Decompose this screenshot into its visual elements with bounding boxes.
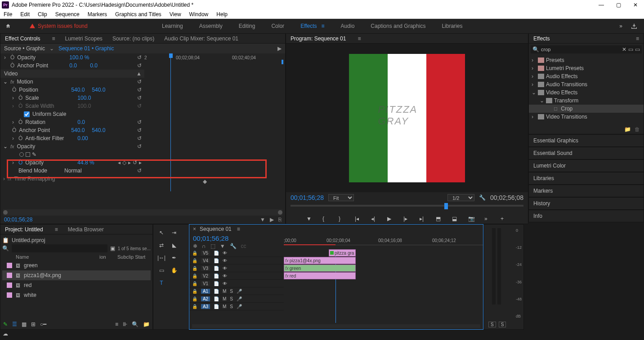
workspace-color[interactable]: Color [271,23,284,29]
side-panel-essential-sound[interactable]: Essential Sound [528,147,644,159]
side-panel-info[interactable]: Info [528,210,644,222]
side-panel-libraries[interactable]: Libraries [528,172,644,185]
system-warning[interactable]: System issues found [30,23,88,29]
project-search-input[interactable] [12,244,107,252]
pen-tool-icon[interactable]: ✒ [170,253,179,262]
rect-mask-icon[interactable] [26,152,30,157]
menu-help[interactable]: Help [216,11,228,18]
more-transport-icon[interactable]: » [484,216,492,223]
panel-tab[interactable]: Audio Clip Mixer: Sequence 01 [164,35,238,42]
timeline-clip[interactable]: fxpizza1@4x.png [284,257,356,264]
audio-track-header[interactable]: 🔒A2📄MS🎤 [189,295,284,303]
fx-tree-item[interactable]: ›Video Transitions [529,113,644,121]
project-tab[interactable]: Media Browser [68,226,104,233]
icon-view-icon[interactable]: ▦ [22,321,27,327]
filter-icon[interactable]: ▣ [110,245,115,252]
project-item[interactable]: 🖼white [2,290,151,300]
marker-icon[interactable]: ▼ [306,216,313,223]
project-item[interactable]: 🖼green [2,261,151,270]
workspace-effects[interactable]: Effects [300,23,324,29]
pen-mask-icon[interactable]: ✎ [32,151,36,158]
fx-tree-item[interactable]: ›Audio Transitions [529,80,644,88]
anchor-prop[interactable]: Anchor Point [17,62,67,69]
side-panel-markers[interactable]: Markers [528,185,644,197]
sequence-graphic-label[interactable]: Sequence 01 • Graphic [58,45,114,52]
goto-in-icon[interactable]: |◂ [355,216,362,223]
project-item[interactable]: 🖼red [2,280,151,290]
solo-r[interactable]: S [499,322,506,327]
delete-icon[interactable]: 🗑 [635,126,640,132]
extract-icon[interactable]: ⬓ [452,216,459,223]
effects-search-input[interactable] [541,47,620,52]
video-track-header[interactable]: 🔒V1📄👁 [189,280,284,287]
program-scrubber[interactable] [291,205,523,214]
timeline-zoom-scrollbar[interactable] [192,324,480,328]
wrench-icon[interactable]: 🔧 [479,194,486,201]
ripple-tool-icon[interactable]: ⇄ [157,241,166,250]
opacity-fx[interactable]: Opacity [17,143,36,150]
fx-tree-item[interactable]: ›Presets [529,56,644,64]
workspace-captions-and-graphics[interactable]: Captions and Graphics [371,23,425,29]
razor-tool-icon[interactable]: ◣ [170,241,179,250]
panel-tab[interactable]: Effect Controls [5,35,40,42]
timeline-clip[interactable]: fxred [284,272,356,279]
play-icon[interactable]: ▶ [387,216,394,223]
export-icon[interactable] [631,22,638,30]
workspace-editing[interactable]: Editing [239,23,255,29]
export-frame-icon[interactable]: 📷 [468,216,475,223]
side-panel-lumetri-color[interactable]: Lumetri Color [528,159,644,172]
audio-track-header[interactable]: 🔒A1📄MS🎤 [189,287,284,295]
minimize-button[interactable]: — [598,2,604,8]
menu-view[interactable]: View [170,11,181,18]
menu-file[interactable]: File [4,11,12,18]
timeline-clip[interactable]: pitzza gra [329,249,356,256]
freeform-icon[interactable]: ⊞ [31,321,36,327]
goto-out-icon[interactable]: ▸| [420,216,427,223]
zoom-select[interactable]: 1/2 [447,194,474,201]
timeline-clip[interactable]: fxgreen [284,265,356,272]
rectangle-tool-icon[interactable]: ▭ [157,266,166,275]
motion-fx[interactable]: Motion [17,79,33,85]
track-select-tool-icon[interactable]: ⇥ [170,228,179,237]
effects-tab[interactable]: Effects [533,35,550,42]
workspace-learning[interactable]: Learning [162,23,183,29]
automate-icon[interactable]: ⊪ [123,321,127,327]
side-panel-essential-graphics[interactable]: Essential Graphics [528,134,644,147]
project-item[interactable]: 🖼pizza1@4x.png [2,270,151,280]
step-fwd-icon[interactable]: |▸ [403,216,411,223]
lift-icon[interactable]: ⬒ [436,216,443,223]
ec-timecode[interactable]: 00;01;56;28 [4,216,32,223]
link-icon[interactable]: ⬚ [210,243,215,249]
video-track-header[interactable]: 🔒V2📄👁 [189,272,284,280]
fx-badge-2-icon[interactable]: ▭ [635,46,640,53]
menu-clip[interactable]: Clip [38,11,47,18]
sort-icon[interactable]: ≡ [115,321,118,327]
video-track-header[interactable]: 🔒V3📄👁 [189,265,284,272]
side-panel-history[interactable]: History [528,197,644,210]
menu-graphics-and-titles[interactable]: Graphics and Titles [115,11,161,18]
type-tool-icon[interactable]: T [157,278,166,287]
uniform-scale-checkbox[interactable] [24,111,30,117]
new-bin-icon[interactable]: 📁 [143,321,150,327]
list-view-icon[interactable]: ☰ [12,321,17,327]
fx-tree-item[interactable]: ⌄Transform [529,97,644,105]
step-back-icon[interactable]: ◂| [371,216,378,223]
find-icon[interactable]: 🔍 [132,321,139,327]
clear-search-icon[interactable]: ✕ [622,46,626,53]
menu-window[interactable]: Window [189,11,209,18]
fx-tree-item[interactable]: ⌄Video Effects [529,88,644,97]
close-button[interactable]: ✕ [632,2,639,8]
solo-l[interactable]: S [488,322,496,327]
fit-select[interactable]: Fit [328,194,354,201]
fx-tree-item[interactable]: ›Lumetri Presets [529,64,644,72]
workspace-audio[interactable]: Audio [341,23,355,29]
selection-tool-icon[interactable]: ↖ [157,228,166,237]
timeline-timecode[interactable]: 00;01;56;28 [189,234,284,243]
add-icon[interactable]: + [501,216,508,223]
new-bin-icon[interactable]: 📁 [624,126,631,132]
fx-tree-item[interactable]: Crop [529,105,644,113]
workspace-libraries[interactable]: Libraries [442,23,462,29]
program-tab[interactable]: Program: Sequence 01 [291,35,346,42]
hand-tool-icon[interactable]: ✋ [170,266,179,275]
panel-tab[interactable]: Lumetri Scopes [65,35,103,42]
